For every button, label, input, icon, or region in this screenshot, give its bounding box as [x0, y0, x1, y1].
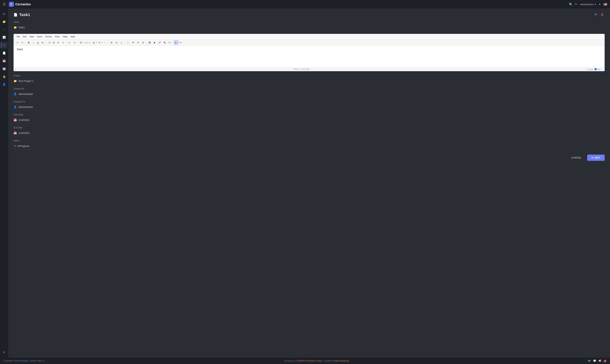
- rtl-button[interactable]: ¶←: [179, 40, 184, 45]
- media-button[interactable]: ▶: [152, 40, 157, 45]
- assigned-to-label: Assigned To: [13, 100, 605, 103]
- created-by-field: 👤 Administrator: [13, 91, 605, 97]
- editor-content: Task1: [17, 48, 602, 51]
- menu-file[interactable]: File: [15, 35, 21, 39]
- editor-footer: p Press ⌥0 for help 1 words 🔵 tiny ⤡: [14, 67, 604, 71]
- word-count: 1 words: [586, 68, 593, 70]
- twitter-icon[interactable]: 🐦: [588, 359, 591, 362]
- footer-app-link[interactable]: Cervantes: [19, 360, 28, 362]
- resize-handle[interactable]: ⤡: [601, 68, 603, 70]
- sidebar-item-dashboard[interactable]: ⊞: [1, 11, 7, 17]
- discord-icon[interactable]: 💬: [593, 359, 596, 362]
- sidebar-item-calendar[interactable]: 📅: [1, 58, 7, 64]
- flag-icon[interactable]: 🇺🇸: [603, 2, 607, 6]
- page-header-actions: 👁 🗑: [594, 12, 605, 17]
- hamburger-button[interactable]: ☰: [3, 2, 6, 6]
- theme-icon[interactable]: ☀: [598, 3, 601, 6]
- editor-footer-right: 1 words 🔵 tiny ⤡: [586, 68, 603, 70]
- sidebar-item-users[interactable]: 👤: [1, 81, 7, 88]
- sidebar-item-clients[interactable]: 🏢: [1, 65, 7, 72]
- sidebar-item-vulnerabilities[interactable]: ⬡: [1, 42, 7, 48]
- menu-view[interactable]: View: [28, 35, 35, 39]
- table-button[interactable]: ⊞: [109, 40, 114, 45]
- undo-button[interactable]: ↩: [15, 40, 20, 45]
- align-left-button[interactable]: ⫷: [47, 40, 52, 45]
- menu-insert[interactable]: Insert: [35, 35, 44, 39]
- outdent-button[interactable]: ⇤: [67, 40, 72, 45]
- github-icon[interactable]: 🐙: [603, 359, 606, 362]
- editor-container: File Edit View Insert Format Tools Table…: [13, 34, 605, 71]
- footer-owasp-link[interactable]: OWASP Foundation Project: [298, 360, 322, 362]
- bold-button[interactable]: B: [26, 40, 31, 45]
- start-date-icon: 📅: [13, 118, 17, 122]
- fullscreen-button[interactable]: ⛶: [126, 40, 130, 45]
- menu-format[interactable]: Format: [44, 35, 53, 39]
- visibility-button[interactable]: 👁: [594, 12, 598, 17]
- delete-button[interactable]: 🗑: [600, 12, 605, 17]
- name-field: 📁 Task1: [13, 24, 605, 31]
- sep-5: [91, 41, 91, 44]
- font-color-button[interactable]: A: [92, 40, 96, 45]
- footer-version: . Version: Beta 1.0: [29, 360, 45, 362]
- page-header: 📄 Task1 👁 🗑: [13, 12, 605, 17]
- align-group: ⫷ ☰ ⫸ ≡: [47, 40, 65, 45]
- color-group: A ▾ ✎ ▾ I: [92, 40, 107, 45]
- end-date-label: End Date: [13, 126, 605, 129]
- sidebar-item-reports[interactable]: 📊: [1, 34, 7, 41]
- highlight-button[interactable]: ✎: [97, 40, 102, 45]
- align-center-button[interactable]: ☰: [52, 40, 56, 45]
- sidebar-item-projects[interactable]: 📁: [1, 19, 7, 25]
- sep-4: [78, 41, 78, 44]
- sidebar-item-settings[interactable]: ⚙: [1, 349, 7, 355]
- num-list-arrow[interactable]: ▾: [89, 42, 90, 43]
- align-right-button[interactable]: ⫸: [56, 40, 61, 45]
- status-field: ◔ InProgress: [13, 143, 605, 149]
- editor-body[interactable]: Task1: [14, 46, 604, 67]
- footer-creator-link[interactable]: Ruben Mesquida: [334, 360, 349, 362]
- code-sample-button[interactable]: </>: [167, 40, 172, 45]
- search-icon[interactable]: 🔍: [569, 3, 573, 6]
- sidebar: ⊞ 📁 ✓ 📊 ⬡ 📄 📅 🏢 🔒 👤 ⚙: [0, 9, 8, 358]
- bullet-list-button[interactable]: ☰: [79, 40, 83, 45]
- tiny-logo: 🔵 tiny: [594, 68, 600, 70]
- page-title-icon: 📄: [13, 13, 17, 17]
- indent-button[interactable]: ⇥: [72, 40, 77, 45]
- menu-tools[interactable]: Tools: [53, 35, 61, 39]
- page-title: Task1: [19, 13, 30, 17]
- sidebar-item-vault[interactable]: 🔒: [1, 73, 7, 80]
- action-bar: CANCEL ✏ EDIT: [13, 153, 605, 161]
- remove-format-button[interactable]: I: [103, 40, 107, 45]
- menu-table[interactable]: Table: [61, 35, 69, 39]
- strikethrough-button[interactable]: S: [40, 40, 45, 45]
- menu-help[interactable]: Help: [69, 35, 76, 39]
- slack-icon[interactable]: 📢: [598, 359, 601, 362]
- sidebar-item-documents[interactable]: 📄: [1, 50, 7, 56]
- emoji-button[interactable]: ☺: [119, 40, 124, 45]
- bookmark-button[interactable]: 🔖: [162, 40, 167, 45]
- ltr-button[interactable]: ¶→: [174, 40, 179, 45]
- redo-button[interactable]: ↪: [20, 40, 24, 45]
- cancel-button[interactable]: CANCEL: [568, 155, 585, 161]
- image-button[interactable]: 🖼: [147, 40, 152, 45]
- editor-help-text: Press ⌥0 for help: [293, 68, 309, 70]
- footer-copyright: Copyright © 2024: [4, 360, 19, 362]
- project-label: Project: [13, 74, 605, 77]
- underline-button[interactable]: U: [36, 40, 40, 45]
- sidebar-item-tasks[interactable]: ✓: [1, 26, 7, 33]
- export-button[interactable]: ⬇: [136, 40, 140, 45]
- num-list-button[interactable]: ≔: [84, 40, 89, 45]
- status-icon: ◔: [13, 144, 16, 148]
- menu-edit[interactable]: Edit: [21, 35, 28, 39]
- special-char-button[interactable]: Ω: [114, 40, 119, 45]
- start-date-field: 📅 1/18/2024: [13, 117, 605, 123]
- link-button[interactable]: 🔗: [157, 40, 162, 45]
- navbar: ☰ C Cervantes 🔍 ↻ Administrator ▾ ☀ 🇺🇸: [0, 0, 610, 9]
- print-button[interactable]: 🖨: [141, 40, 145, 45]
- created-by-value: Administrator: [18, 93, 33, 95]
- tiny-text: tiny: [597, 68, 600, 70]
- align-justify-button[interactable]: ≡: [61, 40, 65, 45]
- italic-button[interactable]: I: [31, 40, 36, 45]
- edit-button[interactable]: ✏ EDIT: [587, 155, 605, 161]
- user-menu[interactable]: Administrator ▾: [580, 3, 596, 6]
- preview-button[interactable]: 👁: [131, 40, 135, 45]
